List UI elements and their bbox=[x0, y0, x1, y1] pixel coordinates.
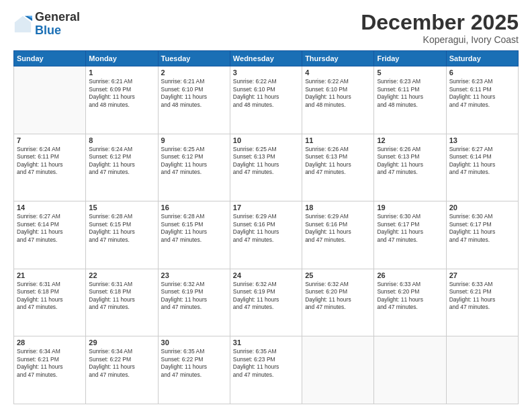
calendar-cell: 8Sunrise: 6:24 AMSunset: 6:12 PMDaylight… bbox=[86, 134, 158, 201]
calendar-cell bbox=[446, 336, 518, 404]
day-number: 28 bbox=[17, 338, 83, 347]
logo-blue: Blue bbox=[35, 24, 61, 37]
calendar-cell: 26Sunrise: 6:33 AMSunset: 6:20 PMDayligh… bbox=[374, 269, 446, 336]
day-number: 4 bbox=[305, 68, 371, 77]
calendar-cell: 7Sunrise: 6:24 AMSunset: 6:11 PMDaylight… bbox=[14, 134, 86, 201]
day-number: 18 bbox=[305, 203, 371, 212]
location-subtitle: Koperagui, Ivory Coast bbox=[361, 34, 519, 45]
day-info: Sunrise: 6:25 AMSunset: 6:13 PMDaylight:… bbox=[233, 146, 299, 177]
month-title: December 2025 bbox=[361, 11, 519, 34]
logo: General Blue bbox=[13, 11, 80, 38]
day-number: 25 bbox=[305, 271, 371, 279]
day-info: Sunrise: 6:31 AMSunset: 6:18 PMDaylight:… bbox=[17, 281, 83, 312]
day-number: 7 bbox=[17, 136, 83, 144]
day-number: 19 bbox=[377, 203, 443, 212]
day-info: Sunrise: 6:30 AMSunset: 6:17 PMDaylight:… bbox=[449, 213, 515, 244]
day-info: Sunrise: 6:26 AMSunset: 6:13 PMDaylight:… bbox=[377, 146, 443, 177]
day-number: 27 bbox=[449, 271, 515, 279]
calendar-cell: 23Sunrise: 6:32 AMSunset: 6:19 PMDayligh… bbox=[158, 269, 230, 336]
day-info: Sunrise: 6:29 AMSunset: 6:16 PMDaylight:… bbox=[305, 213, 371, 244]
week-row-3: 14Sunrise: 6:27 AMSunset: 6:14 PMDayligh… bbox=[14, 201, 519, 269]
calendar-cell bbox=[374, 336, 446, 404]
day-number: 12 bbox=[377, 136, 443, 144]
day-info: Sunrise: 6:29 AMSunset: 6:16 PMDaylight:… bbox=[233, 213, 299, 244]
calendar-cell: 13Sunrise: 6:27 AMSunset: 6:14 PMDayligh… bbox=[446, 134, 518, 201]
day-info: Sunrise: 6:33 AMSunset: 6:21 PMDaylight:… bbox=[449, 281, 515, 312]
day-info: Sunrise: 6:23 AMSunset: 6:11 PMDaylight:… bbox=[377, 78, 443, 109]
calendar-cell: 14Sunrise: 6:27 AMSunset: 6:14 PMDayligh… bbox=[14, 201, 86, 269]
header-row: Sunday Monday Tuesday Wednesday Thursday… bbox=[14, 51, 519, 66]
day-number: 8 bbox=[89, 136, 154, 144]
day-number: 6 bbox=[449, 68, 515, 77]
calendar-cell: 30Sunrise: 6:35 AMSunset: 6:22 PMDayligh… bbox=[158, 336, 230, 404]
calendar-cell: 5Sunrise: 6:23 AMSunset: 6:11 PMDaylight… bbox=[374, 66, 446, 134]
day-number: 23 bbox=[161, 271, 227, 279]
calendar-cell: 25Sunrise: 6:32 AMSunset: 6:20 PMDayligh… bbox=[302, 269, 374, 336]
calendar-cell: 10Sunrise: 6:25 AMSunset: 6:13 PMDayligh… bbox=[230, 134, 302, 201]
header: General Blue December 2025 Koperagui, Iv… bbox=[13, 11, 519, 45]
day-number: 17 bbox=[233, 203, 299, 212]
day-number: 10 bbox=[233, 136, 299, 144]
title-area: December 2025 Koperagui, Ivory Coast bbox=[361, 11, 519, 45]
page: General Blue December 2025 Koperagui, Iv… bbox=[0, 0, 532, 411]
day-number: 2 bbox=[161, 68, 227, 77]
day-number: 29 bbox=[89, 338, 154, 347]
calendar-cell bbox=[302, 336, 374, 404]
day-info: Sunrise: 6:28 AMSunset: 6:15 PMDaylight:… bbox=[161, 213, 227, 244]
day-info: Sunrise: 6:35 AMSunset: 6:22 PMDaylight:… bbox=[161, 348, 227, 379]
day-number: 26 bbox=[377, 271, 443, 279]
day-number: 13 bbox=[449, 136, 515, 144]
day-info: Sunrise: 6:32 AMSunset: 6:19 PMDaylight:… bbox=[233, 281, 299, 312]
calendar-cell: 17Sunrise: 6:29 AMSunset: 6:16 PMDayligh… bbox=[230, 201, 302, 269]
calendar-cell: 29Sunrise: 6:34 AMSunset: 6:22 PMDayligh… bbox=[86, 336, 158, 404]
day-info: Sunrise: 6:30 AMSunset: 6:17 PMDaylight:… bbox=[377, 213, 443, 244]
day-info: Sunrise: 6:31 AMSunset: 6:18 PMDaylight:… bbox=[89, 281, 154, 312]
calendar-cell: 19Sunrise: 6:30 AMSunset: 6:17 PMDayligh… bbox=[374, 201, 446, 269]
day-number: 5 bbox=[377, 68, 443, 77]
calendar-cell: 20Sunrise: 6:30 AMSunset: 6:17 PMDayligh… bbox=[446, 201, 518, 269]
calendar-cell: 18Sunrise: 6:29 AMSunset: 6:16 PMDayligh… bbox=[302, 201, 374, 269]
calendar-cell bbox=[14, 66, 86, 134]
calendar-cell: 21Sunrise: 6:31 AMSunset: 6:18 PMDayligh… bbox=[14, 269, 86, 336]
day-number: 21 bbox=[17, 271, 83, 279]
day-number: 14 bbox=[17, 203, 83, 212]
day-info: Sunrise: 6:22 AMSunset: 6:10 PMDaylight:… bbox=[233, 78, 299, 109]
calendar-cell: 6Sunrise: 6:23 AMSunset: 6:11 PMDaylight… bbox=[446, 66, 518, 134]
calendar-cell: 9Sunrise: 6:25 AMSunset: 6:12 PMDaylight… bbox=[158, 134, 230, 201]
day-info: Sunrise: 6:28 AMSunset: 6:15 PMDaylight:… bbox=[89, 213, 154, 244]
day-number: 24 bbox=[233, 271, 299, 279]
day-info: Sunrise: 6:25 AMSunset: 6:12 PMDaylight:… bbox=[161, 146, 227, 177]
logo-icon bbox=[13, 15, 32, 34]
calendar-cell: 24Sunrise: 6:32 AMSunset: 6:19 PMDayligh… bbox=[230, 269, 302, 336]
day-info: Sunrise: 6:33 AMSunset: 6:20 PMDaylight:… bbox=[377, 281, 443, 312]
day-number: 3 bbox=[233, 68, 299, 77]
day-number: 31 bbox=[233, 338, 299, 347]
day-info: Sunrise: 6:32 AMSunset: 6:19 PMDaylight:… bbox=[161, 281, 227, 312]
day-info: Sunrise: 6:21 AMSunset: 6:10 PMDaylight:… bbox=[161, 78, 227, 109]
day-number: 11 bbox=[305, 136, 371, 144]
calendar-cell: 1Sunrise: 6:21 AMSunset: 6:09 PMDaylight… bbox=[86, 66, 158, 134]
day-info: Sunrise: 6:27 AMSunset: 6:14 PMDaylight:… bbox=[17, 213, 83, 244]
day-number: 30 bbox=[161, 338, 227, 347]
col-friday: Friday bbox=[374, 51, 446, 66]
col-tuesday: Tuesday bbox=[158, 51, 230, 66]
col-wednesday: Wednesday bbox=[230, 51, 302, 66]
col-monday: Monday bbox=[86, 51, 158, 66]
calendar-table: Sunday Monday Tuesday Wednesday Thursday… bbox=[13, 50, 519, 404]
calendar-cell: 4Sunrise: 6:22 AMSunset: 6:10 PMDaylight… bbox=[302, 66, 374, 134]
calendar-cell: 28Sunrise: 6:34 AMSunset: 6:21 PMDayligh… bbox=[14, 336, 86, 404]
day-info: Sunrise: 6:27 AMSunset: 6:14 PMDaylight:… bbox=[449, 146, 515, 177]
day-number: 15 bbox=[89, 203, 154, 212]
calendar-cell: 16Sunrise: 6:28 AMSunset: 6:15 PMDayligh… bbox=[158, 201, 230, 269]
day-number: 22 bbox=[89, 271, 154, 279]
day-info: Sunrise: 6:34 AMSunset: 6:22 PMDaylight:… bbox=[89, 348, 154, 379]
day-info: Sunrise: 6:23 AMSunset: 6:11 PMDaylight:… bbox=[449, 78, 515, 109]
day-info: Sunrise: 6:22 AMSunset: 6:10 PMDaylight:… bbox=[305, 78, 371, 109]
logo-text: General Blue bbox=[35, 11, 80, 38]
calendar-cell: 2Sunrise: 6:21 AMSunset: 6:10 PMDaylight… bbox=[158, 66, 230, 134]
calendar-cell: 15Sunrise: 6:28 AMSunset: 6:15 PMDayligh… bbox=[86, 201, 158, 269]
day-number: 20 bbox=[449, 203, 515, 212]
day-info: Sunrise: 6:32 AMSunset: 6:20 PMDaylight:… bbox=[305, 281, 371, 312]
day-info: Sunrise: 6:21 AMSunset: 6:09 PMDaylight:… bbox=[89, 78, 154, 109]
day-number: 9 bbox=[161, 136, 227, 144]
